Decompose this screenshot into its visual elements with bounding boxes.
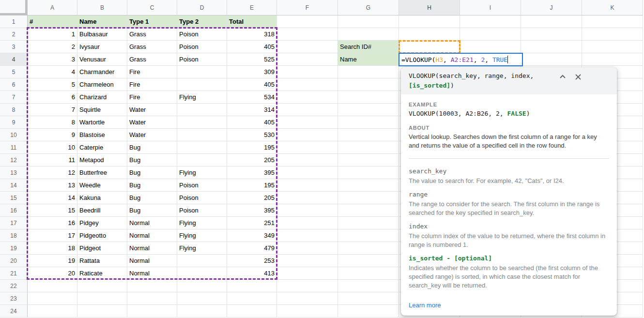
cell-G3[interactable]: Search ID#	[338, 41, 399, 53]
cell-E14[interactable]: 195	[227, 179, 277, 192]
cell-A20[interactable]: 19	[28, 255, 77, 267]
cell-G4[interactable]: Name	[338, 53, 399, 66]
cell-E17[interactable]: 251	[227, 217, 277, 229]
cell-F11[interactable]	[277, 141, 338, 154]
cell-D10[interactable]	[177, 129, 227, 141]
cell-C15[interactable]: Bug	[127, 192, 177, 204]
row-header-17[interactable]: 17	[0, 217, 28, 229]
cell-F5[interactable]	[277, 66, 338, 78]
cell-A21[interactable]: 20	[28, 267, 77, 280]
cell-F4[interactable]	[277, 53, 338, 66]
cell-D8[interactable]	[177, 104, 227, 116]
cell-C16[interactable]: Bug	[127, 204, 177, 217]
cell-D22[interactable]	[177, 280, 227, 292]
cell-G12[interactable]	[338, 154, 399, 167]
cell-A13[interactable]: 12	[28, 167, 77, 179]
cell-C13[interactable]: Bug	[127, 167, 177, 179]
cell-D3[interactable]: Poison	[177, 41, 227, 53]
cell-C21[interactable]: Normal	[127, 267, 177, 280]
cell-B17[interactable]: Pidgey	[77, 217, 127, 229]
cell-H3[interactable]	[399, 41, 460, 53]
cell-E24[interactable]	[227, 305, 277, 318]
cell-C12[interactable]: Bug	[127, 154, 177, 167]
cell-D16[interactable]: Poison	[177, 204, 227, 217]
cell-D1[interactable]: Type 2	[177, 15, 227, 28]
cell-B24[interactable]	[77, 305, 127, 318]
cell-D17[interactable]: Flying	[177, 217, 227, 229]
cell-G6[interactable]	[338, 78, 399, 91]
cell-F3[interactable]	[277, 41, 338, 53]
cell-C9[interactable]: Water	[127, 116, 177, 129]
cell-B7[interactable]: Charizard	[77, 91, 127, 104]
row-header-7[interactable]: 7	[0, 91, 28, 104]
cell-F14[interactable]	[277, 179, 338, 192]
row-header-2[interactable]: 2	[0, 28, 28, 41]
cell-A12[interactable]: 11	[28, 154, 77, 167]
row-header-12[interactable]: 12	[0, 154, 28, 167]
cell-A18[interactable]: 17	[28, 229, 77, 242]
cell-D13[interactable]: Flying	[177, 167, 227, 179]
cell-C14[interactable]: Bug	[127, 179, 177, 192]
cell-E12[interactable]: 205	[227, 154, 277, 167]
cell-A8[interactable]: 7	[28, 104, 77, 116]
cell-F13[interactable]	[277, 167, 338, 179]
row-header-15[interactable]: 15	[0, 192, 28, 204]
cell-G18[interactable]	[338, 229, 399, 242]
cell-B19[interactable]: Pidgeot	[77, 242, 127, 255]
cell-B15[interactable]: Kakuna	[77, 192, 127, 204]
cell-G13[interactable]	[338, 167, 399, 179]
cell-I2[interactable]	[460, 28, 521, 41]
cell-B16[interactable]: Beedrill	[77, 204, 127, 217]
cell-E8[interactable]: 314	[227, 104, 277, 116]
cell-G16[interactable]	[338, 204, 399, 217]
select-all-corner[interactable]	[0, 0, 28, 15]
column-header-f[interactable]: F	[277, 0, 338, 15]
cell-J1[interactable]	[521, 15, 582, 28]
cell-A14[interactable]: 13	[28, 179, 77, 192]
row-header-1[interactable]: 1	[0, 15, 28, 28]
cell-E2[interactable]: 318	[227, 28, 277, 41]
cell-A9[interactable]: 8	[28, 116, 77, 129]
cell-G8[interactable]	[338, 104, 399, 116]
cell-B11[interactable]: Caterpie	[77, 141, 127, 154]
row-header-18[interactable]: 18	[0, 229, 28, 242]
formula-input[interactable]: =VLOOKUP(H3, A2:E21, 2, TRUE	[399, 53, 523, 66]
cell-B22[interactable]	[77, 280, 127, 292]
cell-B8[interactable]: Squirtle	[77, 104, 127, 116]
cell-A3[interactable]: 2	[28, 41, 77, 53]
cell-G24[interactable]	[338, 305, 399, 318]
cell-B21[interactable]: Raticate	[77, 267, 127, 280]
cell-G22[interactable]	[338, 280, 399, 292]
cell-G9[interactable]	[338, 116, 399, 129]
cell-B5[interactable]: Charmander	[77, 66, 127, 78]
cell-J3[interactable]	[521, 41, 582, 53]
cell-E19[interactable]: 479	[227, 242, 277, 255]
row-header-21[interactable]: 21	[0, 267, 28, 280]
cell-E9[interactable]: 405	[227, 116, 277, 129]
cell-K1[interactable]	[582, 15, 643, 28]
cell-F6[interactable]	[277, 78, 338, 91]
cell-B12[interactable]: Metapod	[77, 154, 127, 167]
cell-A6[interactable]: 5	[28, 78, 77, 91]
cell-C24[interactable]	[127, 305, 177, 318]
close-icon[interactable]	[574, 73, 582, 81]
cell-C22[interactable]	[127, 280, 177, 292]
cell-G2[interactable]	[338, 28, 399, 41]
cell-A22[interactable]	[28, 280, 77, 292]
cell-K3[interactable]	[582, 41, 643, 53]
cell-D6[interactable]	[177, 78, 227, 91]
cell-A16[interactable]: 15	[28, 204, 77, 217]
cell-D4[interactable]: Poison	[177, 53, 227, 66]
cell-C7[interactable]: Fire	[127, 91, 177, 104]
column-header-a[interactable]: A	[28, 0, 77, 15]
cell-A24[interactable]	[28, 305, 77, 318]
cell-F19[interactable]	[277, 242, 338, 255]
cell-F23[interactable]	[277, 292, 338, 305]
cell-B3[interactable]: Ivysaur	[77, 41, 127, 53]
cell-B23[interactable]	[77, 292, 127, 305]
cell-H1[interactable]	[399, 15, 460, 28]
cell-F7[interactable]	[277, 91, 338, 104]
cell-E15[interactable]: 205	[227, 192, 277, 204]
cell-F21[interactable]	[277, 267, 338, 280]
cell-C23[interactable]	[127, 292, 177, 305]
